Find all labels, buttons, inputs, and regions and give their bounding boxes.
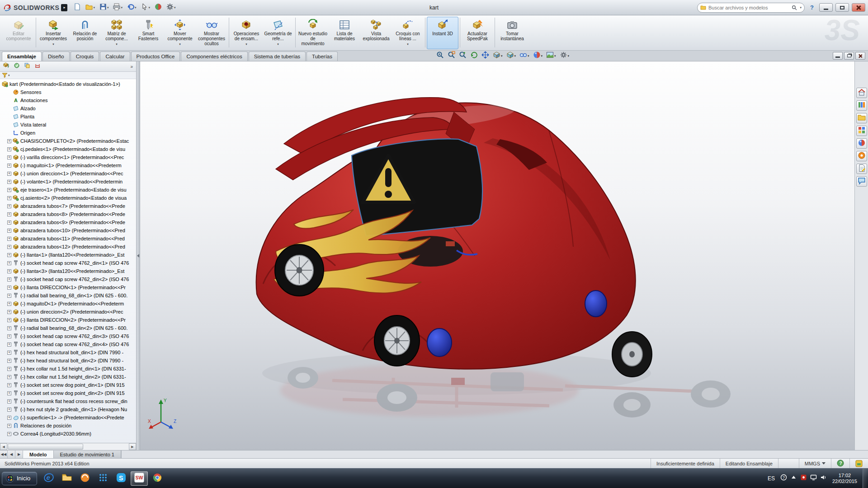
expand-icon[interactable]: + <box>7 334 11 338</box>
taskbar-clock[interactable]: 17:02 22/02/2015 <box>832 473 857 484</box>
tree-item-radial-ball-bearing-68-d[interactable]: +(-) radial ball bearing_68_din<2> (DIN … <box>0 324 136 332</box>
tree-item-vista-lateral[interactable]: Vista lateral <box>0 121 136 129</box>
tree-item-maguitoi-1-predetermin[interactable]: +(-) maguitoi<1> (Predeterminado<<Predet… <box>0 161 136 169</box>
language-indicator[interactable]: ES <box>766 474 777 483</box>
doc-close-button[interactable] <box>855 52 865 60</box>
ribbon-button-editar-componente[interactable]: Editar componente <box>3 17 34 49</box>
model-tab-modelo[interactable]: Modelo <box>23 450 54 458</box>
expand-icon[interactable]: + <box>7 375 11 379</box>
scroll-track[interactable] <box>7 443 129 450</box>
zoom-in-out-button[interactable] <box>458 51 468 61</box>
view-settings-button[interactable]: ▾ <box>558 51 571 61</box>
expand-icon[interactable]: + <box>7 180 11 184</box>
zoom-fit-button[interactable] <box>435 51 445 61</box>
tree-item-socket-head-cap-screw-47[interactable]: +(-) socket head cap screw 4762_din<2> (… <box>0 275 136 283</box>
tree-item-volante-1-predetermina[interactable]: +(-) volante<1> (Predeterminado<<Predete… <box>0 178 136 186</box>
solidworks-resource-icon[interactable] <box>800 474 807 483</box>
tab-productos-office[interactable]: Productos Office <box>131 52 180 61</box>
tree-item-varilla-direccion-1-pr[interactable]: +(-) varilla direccion<1> (Predeterminad… <box>0 153 136 161</box>
model-tabs-next-icon[interactable]: ▶ <box>15 450 23 458</box>
tree-item-socket-set-screw-dog-poi[interactable]: +(-) socket set screw dog point_din<2> (… <box>0 389 136 397</box>
expand-icon[interactable]: + <box>7 245 11 249</box>
collapse-panel-icon[interactable] <box>137 254 139 258</box>
tree-item-abrazadera-tubos-11-predet[interactable]: +abrazadera tubos<11> (Predeterminado<<P… <box>0 235 136 243</box>
doc-minimize-button[interactable] <box>833 52 843 60</box>
undo-button[interactable]: ▾ <box>125 2 138 14</box>
decals-button[interactable] <box>856 151 867 161</box>
action-center-icon[interactable]: ? <box>780 474 787 483</box>
expand-icon[interactable]: + <box>7 155 11 160</box>
rotate-view-button[interactable] <box>469 51 479 61</box>
maximize-button[interactable] <box>835 3 849 12</box>
tree-item-abrazadera-tubos-7-predete[interactable]: +abrazadera tubos<7> (Predeterminado<<Pr… <box>0 202 136 210</box>
expand-icon[interactable]: + <box>7 391 11 395</box>
tree-item-hex-head-structural-bolt[interactable]: +(-) hex head structural bolt_din<2> (DI… <box>0 357 136 365</box>
expand-icon[interactable]: + <box>7 294 11 298</box>
tree-item-abrazadera-tubos-8-predete[interactable]: +abrazadera tubos<8> (Predeterminado<<Pr… <box>0 210 136 218</box>
ribbon-button-instant-3d[interactable]: Instant 3D <box>427 17 458 49</box>
tree-item-abrazadera-tubos-12-predet[interactable]: +abrazadera tubos<12> (Predeterminado<<P… <box>0 243 136 251</box>
show-desktop-button[interactable] <box>863 469 867 488</box>
expand-icon[interactable]: + <box>7 172 11 176</box>
expand-icon[interactable]: + <box>7 399 11 404</box>
ribbon-button-lista-de-materiales[interactable]: Lista de materiales <box>329 17 360 49</box>
internet-explorer-taskbar-button[interactable]: e <box>40 471 57 486</box>
tree-item-alzado[interactable]: Alzado <box>0 104 136 113</box>
tree-item-abrazadera-tubos-10-predet[interactable]: +abrazadera tubos<10> (Predeterminado<<P… <box>0 226 136 235</box>
doc-restore-button[interactable] <box>844 52 854 60</box>
windows-explorer-taskbar-button[interactable] <box>58 471 75 486</box>
edit-appearance-button[interactable]: ▾ <box>532 51 544 61</box>
tab-componentes-el-ctricos[interactable]: Componentes eléctricos <box>181 52 247 61</box>
ribbon-button-insertar-componentes[interactable]: Insertar componentes▾ <box>38 17 69 49</box>
expand-icon[interactable]: + <box>7 277 11 282</box>
skype-taskbar-button[interactable]: S <box>113 471 130 486</box>
expand-icon[interactable]: + <box>7 351 11 355</box>
hide-show-items-button[interactable]: ▾ <box>518 51 531 61</box>
expand-icon[interactable]: + <box>7 408 11 412</box>
tree-root-item[interactable]: kart (Predeterminado<Estado de visualiza… <box>0 80 136 88</box>
tree-item-maguitod-1-predetermin[interactable]: +(-) maguitoD<1> (Predeterminado<<Predet… <box>0 300 136 308</box>
display-icon[interactable] <box>810 474 817 483</box>
new-document-button[interactable] <box>72 2 83 14</box>
display-style-button[interactable]: ▾ <box>505 51 518 61</box>
open-button[interactable]: ▾ <box>84 2 97 14</box>
chevron-up-icon[interactable] <box>790 474 797 483</box>
tab-croquis[interactable]: Croquis <box>71 52 99 61</box>
tab-ensamblaje[interactable]: Ensamblaje <box>2 52 42 61</box>
scroll-thumb[interactable] <box>8 444 83 450</box>
appearances-button[interactable] <box>856 138 867 149</box>
expand-icon[interactable]: + <box>7 286 11 290</box>
file-explorer-button[interactable] <box>856 113 867 123</box>
expand-icon[interactable]: + <box>7 237 11 241</box>
expand-icon[interactable]: + <box>7 261 11 265</box>
expand-icon[interactable]: + <box>7 318 11 322</box>
tree-item-socket-set-screw-dog-poi[interactable]: +(-) socket set screw dog point_din<1> (… <box>0 381 136 389</box>
expand-icon[interactable]: + <box>7 424 11 428</box>
chrome-taskbar-button[interactable] <box>149 471 166 486</box>
tab-tuber-as[interactable]: Tuberías <box>307 52 338 61</box>
save-button[interactable]: ▾ <box>98 2 111 14</box>
propertymanager-tab-button[interactable] <box>12 62 21 71</box>
design-library-button[interactable] <box>856 100 867 111</box>
ribbon-button-geometr-a-de-refe[interactable]: Geometría de refe...▾ <box>262 17 294 49</box>
expand-icon[interactable]: + <box>7 326 11 330</box>
ribbon-button-operaciones-de-ensam[interactable]: Operaciones de ensam...▾ <box>231 17 262 49</box>
search-box[interactable]: ▾ <box>697 3 805 13</box>
expand-icon[interactable]: + <box>7 367 11 371</box>
pan-button[interactable] <box>480 51 491 61</box>
model-tabs-prev-icon[interactable]: ◀ <box>8 450 15 458</box>
scroll-left-icon[interactable]: ◀ <box>0 443 7 450</box>
model-tabs-scroll-track[interactable] <box>121 450 868 458</box>
expand-icon[interactable]: + <box>7 139 11 143</box>
tree-item-planta[interactable]: Planta <box>0 113 136 121</box>
tab-sistema-de-tuber-as[interactable]: Sistema de tuberías <box>249 52 306 61</box>
ribbon-button-vista-explosionada[interactable]: Vista explosionada <box>360 17 392 49</box>
tree-item-union-direccion-1-pred[interactable]: +(-) union direccion<1> (Predeterminado<… <box>0 169 136 178</box>
rebuild-button[interactable] <box>153 2 164 14</box>
featuremanager-tab-button[interactable] <box>2 62 11 71</box>
tree-item-hex-head-structural-bolt[interactable]: +(-) hex head structural bolt_din<1> (DI… <box>0 348 136 357</box>
search-icon[interactable] <box>792 5 797 10</box>
tree-item-radial-ball-bearing-68-d[interactable]: +(-) radial ball bearing_68_din<1> (DIN … <box>0 291 136 300</box>
ribbon-button-nuevo-estudio-de-movimiento[interactable]: Nuevo estudio de movimiento <box>297 17 329 49</box>
dropdown-arrow-icon[interactable] <box>822 462 826 465</box>
